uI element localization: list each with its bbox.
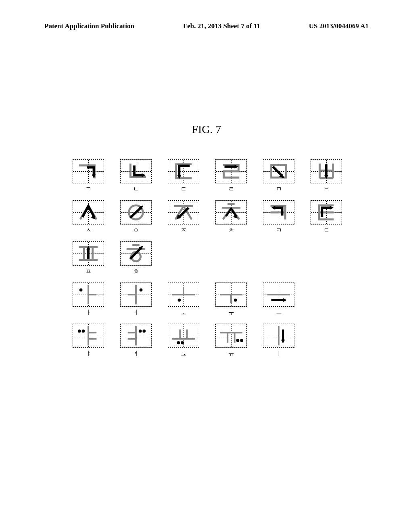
- svg-point-23: [78, 330, 81, 333]
- gesture-cell: ㅈ: [168, 200, 199, 234]
- header-center: Feb. 21, 2013 Sheet 7 of 11: [183, 22, 260, 30]
- gesture-icon: [216, 283, 246, 306]
- gesture-cell: ㅍ: [73, 241, 104, 275]
- gesture-icon: [216, 324, 246, 347]
- gesture-box: [311, 159, 342, 183]
- character-label: ㅈ: [181, 227, 187, 234]
- gesture-cell: ㅇ: [120, 200, 152, 234]
- gesture-box: [120, 241, 152, 266]
- gesture-box: [168, 324, 199, 348]
- gesture-box: [311, 200, 342, 224]
- gesture-cell: ㅗ: [168, 283, 199, 316]
- gesture-cell: ㅋ: [263, 200, 294, 234]
- gesture-row: ㅍㅎ: [73, 241, 347, 275]
- gesture-icon: [121, 201, 151, 224]
- character-label: ㄹ: [228, 185, 234, 193]
- character-label: ㅑ: [86, 350, 92, 357]
- svg-marker-31: [281, 340, 285, 344]
- gesture-cell: ㄹ: [215, 159, 247, 193]
- svg-point-28: [181, 341, 184, 345]
- character-label: ㅣ: [276, 350, 282, 357]
- gesture-box: [168, 200, 199, 224]
- gesture-box: [215, 159, 247, 183]
- gesture-box: [73, 283, 104, 307]
- gesture-cell: ㅑ: [73, 324, 104, 357]
- gesture-cell: ㅓ: [120, 283, 152, 316]
- gesture-icon: [168, 283, 199, 306]
- character-label: ㄴ: [133, 185, 139, 193]
- gesture-cell: ㄴ: [120, 159, 152, 193]
- character-label: ㅕ: [133, 350, 139, 357]
- gesture-icon: [73, 324, 104, 347]
- gesture-cell: ㅡ: [263, 283, 294, 316]
- gesture-box: [263, 283, 294, 307]
- character-label: ㅌ: [323, 227, 330, 234]
- svg-marker-7: [86, 204, 90, 208]
- gesture-icon: [263, 324, 294, 347]
- gesture-icon: [216, 201, 246, 224]
- gesture-cell: ㅜ: [215, 283, 247, 316]
- gesture-box: [73, 241, 104, 266]
- gesture-icon: [73, 160, 104, 183]
- character-label: ㄱ: [86, 185, 92, 193]
- gesture-icon: [168, 201, 199, 224]
- gesture-icon: [121, 160, 151, 183]
- gesture-row: ㅏㅓㅗㅜㅡ: [73, 283, 347, 316]
- svg-point-20: [178, 299, 181, 302]
- gesture-icon: [121, 242, 151, 265]
- gesture-box: [215, 283, 247, 307]
- svg-marker-22: [283, 298, 287, 302]
- svg-point-30: [240, 339, 243, 342]
- gesture-icon: [121, 283, 151, 306]
- gesture-cell: ㅏ: [73, 283, 104, 316]
- character-label: ㅓ: [133, 309, 139, 316]
- gesture-cell: ㅅ: [73, 200, 104, 234]
- gesture-box: [73, 324, 104, 348]
- gesture-cell: ㅂ: [311, 159, 342, 193]
- svg-point-18: [79, 289, 83, 292]
- header-right: US 2013/0044069 A1: [309, 22, 369, 30]
- gesture-box: [168, 283, 199, 307]
- character-label: ㅏ: [86, 309, 92, 316]
- gesture-row: ㅅㅇㅈㅊㅋㅌ: [73, 200, 347, 234]
- character-label: ㅛ: [181, 350, 187, 357]
- gesture-cell: ㅊ: [215, 200, 247, 234]
- gesture-icon: [311, 160, 342, 183]
- character-label: ㅇ: [133, 227, 139, 234]
- svg-point-24: [82, 330, 85, 333]
- gesture-box: [120, 200, 152, 224]
- gesture-box: [120, 159, 152, 183]
- svg-point-19: [140, 289, 143, 292]
- character-label: ㅠ: [228, 350, 234, 357]
- svg-point-29: [236, 339, 240, 342]
- gesture-cell: ㄱ: [73, 159, 104, 193]
- character-label: ㅂ: [323, 185, 330, 193]
- gesture-icon: [121, 324, 151, 347]
- gesture-cell: ㅣ: [263, 324, 294, 357]
- gesture-grid: ㄱㄴㄷㄹㅁㅂㅅㅇㅈㅊㅋㅌㅍㅎㅏㅓㅗㅜㅡㅑㅕㅛㅠㅣ: [73, 159, 347, 365]
- gesture-icon: [263, 160, 294, 183]
- svg-point-25: [139, 330, 142, 333]
- gesture-icon: [73, 201, 104, 224]
- character-label: ㅍ: [86, 268, 92, 275]
- gesture-icon: [73, 283, 104, 306]
- gesture-cell: ㅁ: [263, 159, 294, 193]
- gesture-icon: [263, 201, 294, 224]
- gesture-cell: ㅠ: [215, 324, 247, 357]
- character-label: ㅊ: [228, 227, 234, 234]
- svg-point-26: [142, 330, 146, 333]
- gesture-icon: [311, 201, 342, 224]
- gesture-box: [73, 159, 104, 183]
- character-label: ㅡ: [276, 309, 282, 316]
- gesture-box: [168, 159, 199, 183]
- gesture-cell: ㅕ: [120, 324, 152, 357]
- character-label: ㅎ: [133, 268, 139, 275]
- character-label: ㅜ: [228, 309, 234, 316]
- character-label: ㅁ: [276, 185, 282, 193]
- gesture-cell: ㅛ: [168, 324, 199, 357]
- gesture-icon: [168, 324, 199, 347]
- gesture-box: [215, 200, 247, 224]
- gesture-row: ㄱㄴㄷㄹㅁㅂ: [73, 159, 347, 193]
- gesture-cell: ㄷ: [168, 159, 199, 193]
- figure-label: FIG. 7: [192, 123, 221, 136]
